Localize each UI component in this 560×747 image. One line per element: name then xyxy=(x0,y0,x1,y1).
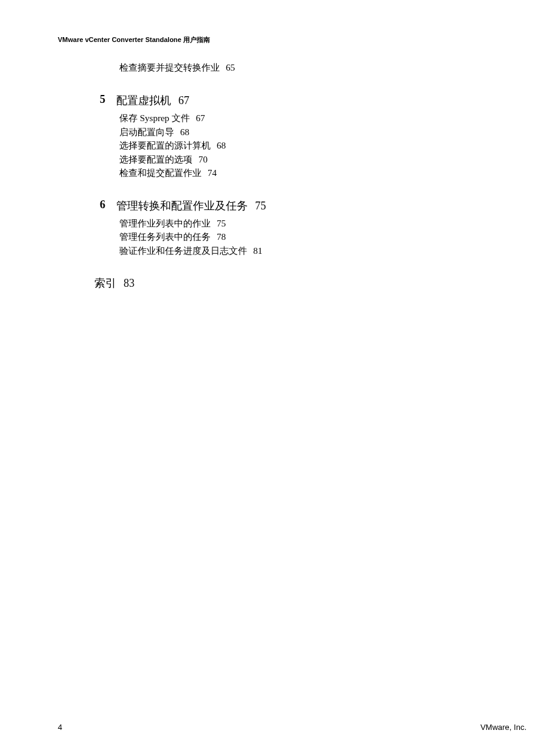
chapter-page: 75 xyxy=(255,200,266,212)
toc-orphan-item: 检查摘要并提交转换作业65 xyxy=(119,62,266,74)
sub-item-title: 选择要配置的源计算机 xyxy=(119,141,211,150)
sub-item-title: 启动配置向导 xyxy=(119,127,174,137)
toc-sub-item: 验证作业和任务进度及日志文件81 xyxy=(119,244,266,258)
document-header: VMware vCenter Converter Standalone 用户指南 xyxy=(58,35,210,44)
sub-item-page: 81 xyxy=(253,246,262,256)
toc-sub-item: 检查和提交配置作业74 xyxy=(119,166,266,180)
orphan-page: 65 xyxy=(226,63,235,72)
sub-item-title: 管理任务列表中的任务 xyxy=(119,232,211,242)
sub-item-page: 74 xyxy=(208,168,217,178)
sub-item-title: 保存 Sysprep 文件 xyxy=(119,113,190,123)
sub-item-page: 78 xyxy=(217,232,226,242)
sub-item-title: 检查和提交配置作业 xyxy=(119,168,201,178)
sub-item-page: 68 xyxy=(180,127,189,137)
chapter-title: 配置虚拟机 xyxy=(116,94,171,107)
index-title: 索引 xyxy=(94,277,116,289)
sub-item-page: 67 xyxy=(196,113,205,123)
company-name: VMware, Inc. xyxy=(480,723,527,732)
chapter-title: 管理转换和配置作业及任务 xyxy=(116,200,248,212)
sub-item-page: 70 xyxy=(198,155,208,164)
index-page: 83 xyxy=(124,277,135,289)
orphan-title: 检查摘要并提交转换作业 xyxy=(119,63,220,72)
toc-chapter: 6 管理转换和配置作业及任务75 管理作业列表中的作业75 管理任务列表中的任务… xyxy=(94,198,266,258)
toc-sub-item: 保存 Sysprep 文件67 xyxy=(119,111,266,125)
toc-sub-item: 启动配置向导68 xyxy=(119,125,266,139)
chapter-title-line: 管理转换和配置作业及任务75 xyxy=(116,198,266,213)
chapter-sub-items: 管理作业列表中的作业75 管理任务列表中的任务78 验证作业和任务进度及日志文件… xyxy=(119,217,266,258)
chapter-title-line: 配置虚拟机67 xyxy=(116,93,189,108)
toc-chapter: 5 配置虚拟机67 保存 Sysprep 文件67 启动配置向导68 选择要配置… xyxy=(94,93,266,180)
sub-item-page: 68 xyxy=(217,141,226,150)
chapter-sub-items: 保存 Sysprep 文件67 启动配置向导68 选择要配置的源计算机68 选择… xyxy=(119,111,266,180)
toc-index-section: 索引83 xyxy=(94,276,266,290)
toc-content: 检查摘要并提交转换作业65 5 配置虚拟机67 保存 Sysprep 文件67 … xyxy=(94,62,266,290)
index-title-line: 索引83 xyxy=(94,276,135,290)
chapter-number: 5 xyxy=(94,93,105,106)
sub-item-title: 验证作业和任务进度及日志文件 xyxy=(119,246,247,256)
toc-sub-item: 管理任务列表中的任务78 xyxy=(119,230,266,244)
toc-sub-item: 管理作业列表中的作业75 xyxy=(119,217,266,231)
page-number: 4 xyxy=(58,723,62,732)
sub-item-title: 选择要配置的选项 xyxy=(119,155,192,164)
sub-item-title: 管理作业列表中的作业 xyxy=(119,219,211,228)
chapter-number: 6 xyxy=(94,198,105,211)
header-title: VMware vCenter Converter Standalone 用户指南 xyxy=(58,36,210,43)
sub-item-page: 75 xyxy=(217,219,226,228)
toc-sub-item: 选择要配置的源计算机68 xyxy=(119,139,266,153)
toc-sub-item: 选择要配置的选项70 xyxy=(119,153,266,167)
chapter-page: 67 xyxy=(178,94,189,107)
